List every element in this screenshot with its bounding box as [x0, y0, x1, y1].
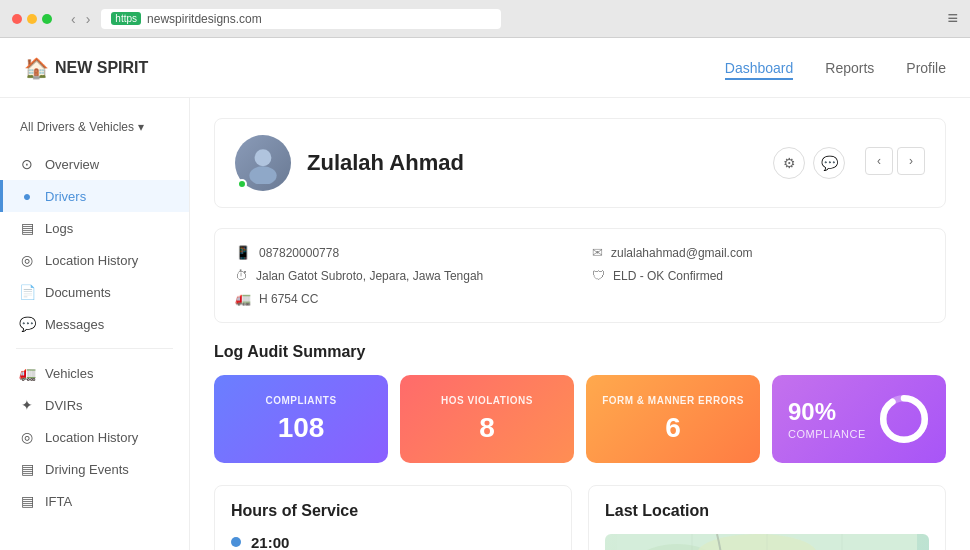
sidebar-item-messages[interactable]: 💬 Messages — [0, 308, 189, 340]
sidebar-item-label: DVIRs — [45, 398, 83, 413]
vehicles-icon: 🚛 — [19, 365, 35, 381]
sidebar-divider — [16, 348, 173, 349]
clock-icon: ⏱ — [235, 268, 248, 283]
sidebar-item-overview[interactable]: ⊙ Overview — [0, 148, 189, 180]
hos-section: Hours of Service 21:00 BREAK — [214, 485, 572, 550]
compliants-card: COMPLIANTS 108 — [214, 375, 388, 463]
shield-icon: 🛡 — [592, 268, 605, 283]
svg-point-3 — [883, 398, 925, 440]
phone-icon: 📱 — [235, 245, 251, 260]
sidebar-item-label: Location History — [45, 430, 138, 445]
sidebar-item-logs[interactable]: ▤ Logs — [0, 212, 189, 244]
filter-label: All Drivers & Vehicles — [20, 120, 134, 134]
messages-icon: 💬 — [19, 316, 35, 332]
driver-name: Zulalah Ahmad — [307, 150, 464, 176]
sidebar-item-label: Logs — [45, 221, 73, 236]
sidebar-item-label: Messages — [45, 317, 104, 332]
hos-violations-card: HOS VIOLATIONS 8 — [400, 375, 574, 463]
driver-eld: 🛡 ELD - OK Confirmed — [592, 268, 925, 283]
close-dot[interactable] — [12, 14, 22, 24]
sidebar-item-vehicle-location-history[interactable]: ◎ Location History — [0, 421, 189, 453]
sidebar-item-label: Location History — [45, 253, 138, 268]
https-badge: https — [111, 12, 141, 25]
hos-violations-label: HOS VIOLATIONS — [441, 395, 533, 406]
svg-point-1 — [249, 166, 276, 184]
address-bar[interactable]: https newspiritdesigns.com — [101, 9, 501, 29]
sidebar-vehicles-section: 🚛 Vehicles ✦ DVIRs ◎ Location History ▤ … — [0, 357, 189, 517]
sidebar-item-ifta[interactable]: ▤ IFTA — [0, 485, 189, 517]
prev-driver-button[interactable]: ‹ — [865, 147, 893, 175]
location-section: Last Location — [588, 485, 946, 550]
sidebar-item-vehicles[interactable]: 🚛 Vehicles — [0, 357, 189, 389]
sidebar-item-driving-events[interactable]: ▤ Driving Events — [0, 453, 189, 485]
eld-value: ELD - OK Confirmed — [613, 269, 723, 283]
location-section-title: Last Location — [605, 502, 929, 520]
back-button[interactable]: ‹ — [68, 11, 79, 27]
truck-icon: 🚛 — [235, 291, 251, 306]
address-value: Jalan Gatot Subroto, Jepara, Jawa Tengah — [256, 269, 483, 283]
sidebar-item-drivers[interactable]: ● Drivers — [0, 180, 189, 212]
nav-dashboard[interactable]: Dashboard — [725, 56, 794, 80]
logo: 🏠 NEW SPIRIT — [24, 56, 148, 80]
sidebar-item-label: IFTA — [45, 494, 72, 509]
filter-chevron-icon: ▾ — [138, 120, 144, 134]
hos-break-details: 21:00 BREAK — [251, 534, 291, 550]
settings-button[interactable]: ⚙ — [773, 147, 805, 179]
browser-menu-icon[interactable]: ≡ — [947, 8, 958, 29]
fullscreen-dot[interactable] — [42, 14, 52, 24]
driver-header-card: Zulalah Ahmad ⚙ 💬 ‹ › — [214, 118, 946, 208]
bottom-sections-grid: Hours of Service 21:00 BREAK — [214, 485, 946, 550]
navigation-arrows: ‹ › — [865, 147, 925, 179]
audit-section-title: Log Audit Summary — [214, 343, 946, 361]
minimize-dot[interactable] — [27, 14, 37, 24]
audit-cards-grid: COMPLIANTS 108 HOS VIOLATIONS 8 FORM & M… — [214, 375, 946, 463]
top-navigation: 🏠 NEW SPIRIT Dashboard Reports Profile — [0, 38, 970, 98]
main-content: Zulalah Ahmad ⚙ 💬 ‹ › 📱 087820000778 — [190, 98, 970, 550]
form-errors-card: FORM & MANNER ERRORS 6 — [586, 375, 760, 463]
compliance-label: COMPLIANCE — [788, 428, 866, 440]
hos-items: 21:00 BREAK 35:00 — [231, 534, 555, 550]
driver-vehicle: 🚛 H 6754 CC — [235, 291, 568, 306]
sidebar: All Drivers & Vehicles ▾ ⊙ Overview ● Dr… — [0, 98, 190, 550]
browser-traffic-lights — [12, 14, 52, 24]
driver-avatar-wrapper — [235, 135, 291, 191]
ifta-icon: ▤ — [19, 493, 35, 509]
hos-section-title: Hours of Service — [231, 502, 555, 520]
online-status-dot — [237, 179, 247, 189]
driving-events-icon: ▤ — [19, 461, 35, 477]
logo-text: NEW SPIRIT — [55, 59, 148, 77]
documents-icon: 📄 — [19, 284, 35, 300]
compliance-card: 90% COMPLIANCE — [772, 375, 946, 463]
forward-button[interactable]: › — [83, 11, 94, 27]
nav-links: Dashboard Reports Profile — [725, 56, 946, 80]
svg-point-0 — [255, 149, 272, 166]
overview-icon: ⊙ — [19, 156, 35, 172]
sidebar-item-location-history[interactable]: ◎ Location History — [0, 244, 189, 276]
driver-actions: ⚙ 💬 ‹ › — [773, 147, 925, 179]
driver-address: ⏱ Jalan Gatot Subroto, Jepara, Jawa Teng… — [235, 268, 568, 283]
sidebar-item-dvirs[interactable]: ✦ DVIRs — [0, 389, 189, 421]
hos-break-time: 21:00 — [251, 534, 291, 550]
logo-icon: 🏠 — [24, 56, 49, 80]
map-placeholder — [605, 534, 929, 550]
email-value: zulalahahmad@gmail.com — [611, 246, 753, 260]
driver-vehicle-filter[interactable]: All Drivers & Vehicles ▾ — [0, 114, 189, 140]
form-errors-label: FORM & MANNER ERRORS — [602, 395, 744, 406]
chat-button[interactable]: 💬 — [813, 147, 845, 179]
sidebar-item-label: Vehicles — [45, 366, 93, 381]
next-driver-button[interactable]: › — [897, 147, 925, 175]
sidebar-item-label: Driving Events — [45, 462, 129, 477]
phone-value: 087820000778 — [259, 246, 339, 260]
sidebar-item-label: Documents — [45, 285, 111, 300]
main-layout: All Drivers & Vehicles ▾ ⊙ Overview ● Dr… — [0, 98, 970, 550]
sidebar-item-documents[interactable]: 📄 Documents — [0, 276, 189, 308]
driver-info-grid: 📱 087820000778 ✉ zulalahahmad@gmail.com … — [214, 228, 946, 323]
compliants-label: COMPLIANTS — [265, 395, 336, 406]
browser-navigation: ‹ › — [68, 11, 93, 27]
compliants-value: 108 — [278, 412, 325, 444]
nav-profile[interactable]: Profile — [906, 56, 946, 80]
nav-reports[interactable]: Reports — [825, 56, 874, 80]
sidebar-item-label: Overview — [45, 157, 99, 172]
sidebar-main-section: ⊙ Overview ● Drivers ▤ Logs ◎ Location H… — [0, 148, 189, 340]
browser-chrome: ‹ › https newspiritdesigns.com ≡ — [0, 0, 970, 38]
